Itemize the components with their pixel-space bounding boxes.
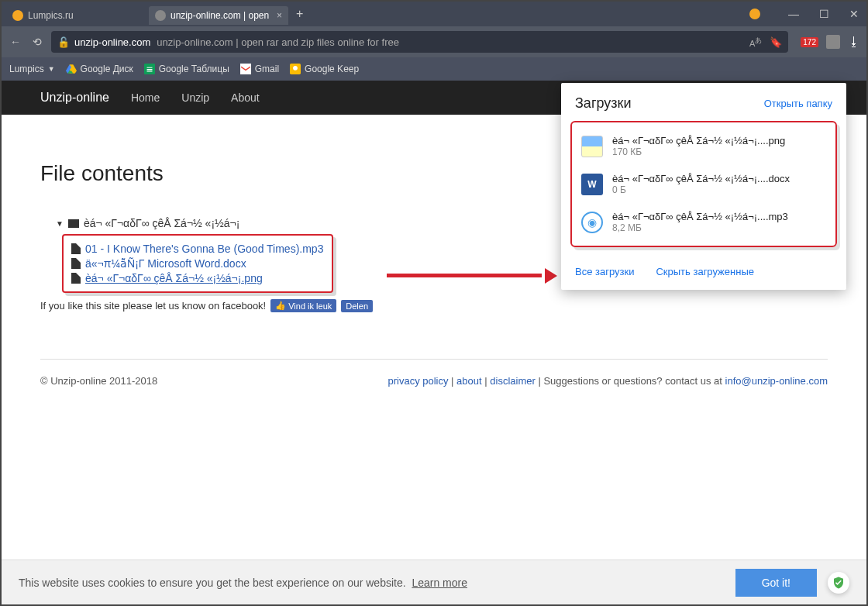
file-row: 01 - I Know There's Gonna Be (Good Times…	[71, 243, 324, 255]
fb-like-button[interactable]: 👍Vind ik leuk	[270, 299, 336, 312]
bookmark-label: Google Keep	[305, 64, 359, 74]
nav-about[interactable]: About	[231, 91, 260, 104]
download-item[interactable]: ◉ èá¬ «Г¬αδГ∞ çêÅ Σá¬½ «¡½á¬¡....mp3 8,2…	[572, 203, 835, 241]
facebook-line: If you like this site please let us know…	[40, 299, 828, 312]
downloads-button[interactable]: ⭳	[848, 35, 860, 49]
audio-file-icon: ◉	[581, 212, 603, 233]
hide-downloaded-link[interactable]: Скрыть загруженные	[656, 266, 754, 277]
file-icon	[71, 243, 81, 254]
open-folder-link[interactable]: Открыть папку	[764, 98, 832, 109]
file-list-highlight: 01 - I Know There's Gonna Be (Good Times…	[62, 234, 333, 293]
folder-icon	[68, 219, 79, 228]
address-bar: ← ⟲ 🔓 unzip-online.com unzip-online.com …	[2, 26, 866, 57]
file-link-png[interactable]: èá¬ «Г¬αδГ∞ çêÅ Σá¬½ «¡½á¬¡.png	[85, 272, 263, 284]
file-link-docx[interactable]: ä«¬π¼ẫÑ¡Г Microsoft Word.docx	[85, 257, 246, 270]
bookmark-gdrive[interactable]: Google Диск	[66, 64, 133, 74]
footer-about[interactable]: about	[456, 375, 482, 387]
footer-disclaimer[interactable]: disclaimer	[490, 375, 536, 387]
bookmark-lumpics[interactable]: Lumpics▼	[9, 64, 55, 74]
file-link-mp3[interactable]: 01 - I Know There's Gonna Be (Good Times…	[85, 243, 323, 255]
close-tab-icon[interactable]: ×	[277, 10, 282, 21]
copyright: © Unzip-online 2011-2018	[40, 375, 157, 387]
tab-label: unzip-online.com | open	[170, 10, 269, 21]
download-item[interactable]: W èá¬ «Г¬αδГ∞ çêÅ Σá¬½ «¡½á¬¡....docx 0 …	[572, 165, 835, 203]
file-row: ä«¬π¼ẫÑ¡Г Microsoft Word.docx	[71, 257, 324, 270]
gmail-icon	[240, 64, 251, 74]
reload-button[interactable]: ⟲	[29, 36, 45, 48]
nav-home[interactable]: Home	[131, 91, 160, 104]
power-icon[interactable]	[749, 9, 760, 19]
site-brand[interactable]: Unzip-online	[40, 91, 109, 105]
bookmark-icon[interactable]: 🔖	[770, 36, 782, 48]
new-tab-button[interactable]: +	[290, 7, 309, 21]
footer-suggest: Suggestions or questions? contact us at	[543, 375, 722, 387]
downloads-panel: Загрузки Открыть папку èá¬ «Г¬αδГ∞ çêÅ Σ…	[561, 83, 846, 290]
folder-name: èá¬ «Г¬αδГ∞ çêÅ Σá¬½ «¡½á¬¡	[84, 217, 239, 229]
browser-tab-lumpics[interactable]: Lumpics.ru	[6, 6, 146, 25]
downloads-title: Загрузки	[575, 95, 631, 112]
footer-email[interactable]: info@unzip-online.com	[725, 375, 828, 387]
download-name: èá¬ «Г¬αδГ∞ çêÅ Σá¬½ «¡½á¬¡....png	[612, 135, 785, 146]
svg-point-3	[293, 66, 298, 71]
file-row: èá¬ «Г¬αδГ∞ çêÅ Σá¬½ «¡½á¬¡.png	[71, 272, 324, 284]
drive-icon	[66, 64, 77, 74]
file-icon	[71, 258, 81, 269]
extension-lastfm-icon[interactable]	[826, 35, 840, 49]
lock-icon: 🔓	[57, 36, 70, 48]
bookmark-label: Gmail	[255, 64, 279, 74]
url-host: unzip-online.com	[74, 36, 150, 48]
chevron-down-icon: ▼	[56, 219, 64, 228]
close-window-button[interactable]: ✕	[845, 6, 863, 22]
downloads-list-highlight: èá¬ «Г¬αδГ∞ çêÅ Σá¬½ «¡½á¬¡....png 170 К…	[570, 121, 837, 247]
extension-badge[interactable]: 172	[801, 37, 818, 47]
translate-icon[interactable]: Aあ	[749, 36, 762, 48]
fb-text: If you like this site please let us know…	[40, 300, 266, 312]
url-title: unzip-online.com | open rar and zip file…	[157, 36, 399, 48]
file-icon	[71, 273, 81, 284]
download-name: èá¬ «Г¬αδГ∞ çêÅ Σá¬½ «¡½á¬¡....docx	[612, 173, 790, 184]
image-file-icon	[581, 136, 603, 157]
svg-rect-1	[240, 64, 251, 74]
download-size: 170 КБ	[612, 146, 785, 157]
minimize-button[interactable]: —	[784, 6, 804, 22]
bookmark-gsheets[interactable]: Google Таблицы	[144, 64, 229, 74]
nav-unzip[interactable]: Unzip	[181, 91, 209, 104]
word-file-icon: W	[581, 174, 603, 195]
page-footer: © Unzip-online 2011-2018 privacy policy …	[40, 359, 828, 402]
bookmark-label: Lumpics	[9, 64, 44, 74]
favicon-lumpics-icon	[12, 10, 23, 21]
bookmark-gkeep[interactable]: Google Keep	[290, 64, 359, 74]
tab-label: Lumpics.ru	[28, 10, 74, 21]
cookie-learn-more[interactable]: Learn more	[412, 577, 467, 589]
bookmark-label: Google Таблицы	[159, 64, 229, 74]
browser-tab-unzip[interactable]: unzip-online.com | open ×	[149, 6, 288, 25]
cookie-text: This website uses cookies to ensure you …	[19, 577, 406, 589]
download-size: 8,2 МБ	[612, 222, 788, 233]
download-name: èá¬ «Г¬αδГ∞ çêÅ Σá¬½ «¡½á¬¡....mp3	[612, 211, 788, 222]
favicon-unzip-icon	[155, 10, 166, 21]
back-button[interactable]: ←	[8, 36, 23, 48]
footer-privacy[interactable]: privacy policy	[388, 375, 448, 387]
fb-share-button[interactable]: Delen	[341, 300, 373, 312]
sheets-icon	[144, 64, 155, 74]
titlebar: Lumpics.ru unzip-online.com | open × + —…	[2, 2, 866, 26]
window-controls: — ☐ ✕	[749, 6, 863, 22]
url-input[interactable]: 🔓 unzip-online.com unzip-online.com | op…	[51, 31, 788, 53]
maximize-button[interactable]: ☐	[815, 6, 834, 22]
security-shield-icon[interactable]	[828, 572, 849, 594]
cookie-accept-button[interactable]: Got it!	[735, 569, 817, 597]
cookie-bar: This website uses cookies to ensure you …	[2, 560, 866, 604]
keep-icon	[290, 64, 301, 74]
bookmark-gmail[interactable]: Gmail	[240, 64, 279, 74]
bookmarks-bar: Lumpics▼ Google Диск Google Таблицы Gmai…	[2, 57, 866, 81]
download-item[interactable]: èá¬ «Г¬αδГ∞ çêÅ Σá¬½ «¡½á¬¡....png 170 К…	[572, 127, 835, 165]
bookmark-label: Google Диск	[81, 64, 133, 74]
all-downloads-link[interactable]: Все загрузки	[575, 266, 634, 277]
download-size: 0 Б	[612, 184, 790, 195]
thumb-icon: 👍	[275, 301, 286, 311]
